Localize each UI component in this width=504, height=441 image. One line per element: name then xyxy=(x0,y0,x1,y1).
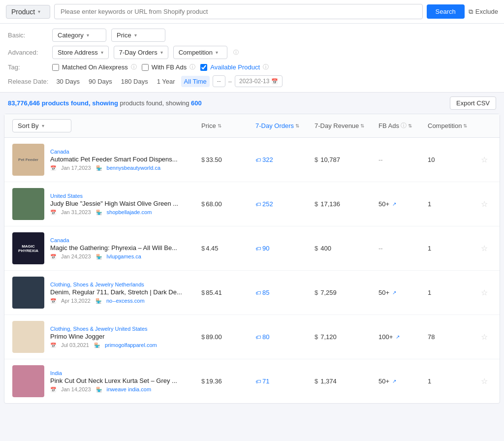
product-store[interactable]: primogolfapparel.com xyxy=(105,342,157,348)
product-store[interactable]: lvlupgames.ca xyxy=(107,253,141,259)
category-tag[interactable]: Clothing, Shoes & Jewelry xyxy=(50,326,113,332)
product-name[interactable]: Primo Wine Jogger xyxy=(50,333,188,340)
date-30-btn[interactable]: 30 Days xyxy=(53,76,83,87)
exclude-label: Exclude xyxy=(475,8,498,15)
competition-select[interactable]: Competition ▾ xyxy=(173,46,227,59)
available-info-icon: ⓘ xyxy=(263,63,269,71)
favorite-star-button[interactable]: ☆ xyxy=(481,244,488,253)
category-tag[interactable]: Clothing, Shoes & Jewelry xyxy=(50,282,113,287)
category-label: Category xyxy=(58,32,84,39)
col-header-competition[interactable]: Competition ⇅ xyxy=(428,122,477,129)
available-checkbox[interactable] xyxy=(200,64,207,71)
revenue-value: $1,374 xyxy=(315,378,378,385)
product-name[interactable]: Pink Cut Out Neck Lurex Kurta Set – Grey… xyxy=(50,377,188,384)
fbads-value: 50+ xyxy=(378,378,389,385)
tag-icon: 🏷 xyxy=(255,334,261,340)
store-address-select[interactable]: Store Address ▾ xyxy=(52,46,109,59)
external-link-icon[interactable]: ↗ xyxy=(396,334,400,340)
product-price-cell: $68.00 xyxy=(201,200,255,208)
product-store[interactable]: shopbellajade.com xyxy=(107,209,152,215)
product-date: Jan 14,2023 xyxy=(61,386,91,392)
product-fbads-cell: 50+↗ xyxy=(378,289,428,296)
col-header-revenue[interactable]: 7-Day Revenue ⇅ xyxy=(315,122,378,129)
table-row: Pet Feeder Canada Automatic Pet Feeder S… xyxy=(4,138,500,182)
filter-icon: ⧉ xyxy=(469,8,473,16)
product-country: India xyxy=(50,370,201,376)
col-header-orders[interactable]: 7-Day Orders ⇅ xyxy=(255,122,315,129)
product-info: United States Judy Blue "Jessie" High Wa… xyxy=(50,193,201,215)
favorite-star-button[interactable]: ☆ xyxy=(481,332,488,342)
col-header-price[interactable]: Price ⇅ xyxy=(201,122,255,129)
orders-value: 🏷90 xyxy=(255,245,315,252)
table-row: MAGIC PHYREXIA Canada Magic the Gatherin… xyxy=(4,226,500,271)
store-meta-icon: 🏪 xyxy=(96,210,102,215)
revenue-dollar-icon: $ xyxy=(315,289,318,296)
top-bar: Product ▾ Search ⧉ Exclude xyxy=(0,0,504,24)
external-link-icon[interactable]: ↗ xyxy=(392,378,396,384)
category-select[interactable]: Category ▾ xyxy=(52,29,106,42)
date-1y-btn[interactable]: 1 Year xyxy=(154,76,178,87)
search-input[interactable] xyxy=(54,4,423,19)
product-price-cell: $89.00 xyxy=(201,333,255,341)
product-store[interactable]: bennysbeautyworld.ca xyxy=(107,165,160,171)
product-country: Clothing, Shoes & Jewelry United States xyxy=(50,326,201,332)
dollar-icon: $ xyxy=(201,156,205,163)
date-90-btn[interactable]: 90 Days xyxy=(86,76,115,87)
export-csv-button[interactable]: Export CSV xyxy=(450,96,496,110)
revenue-value: $400 xyxy=(315,245,378,252)
calendar-meta-icon: 📅 xyxy=(50,254,56,259)
orders-value: 🏷322 xyxy=(255,156,315,163)
favorite-star-button[interactable]: ☆ xyxy=(481,377,488,386)
product-name[interactable]: Magic the Gathering: Phyrexia – All Will… xyxy=(50,244,188,252)
favorite-star-button[interactable]: ☆ xyxy=(481,288,488,297)
sort-by-dropdown[interactable]: Sort By ▾ xyxy=(12,119,71,132)
product-revenue-cell: $17,136 xyxy=(315,200,378,208)
product-store[interactable]: inweave india.com xyxy=(107,386,152,392)
product-name[interactable]: Automatic Pet Feeder Smart Food Dispens.… xyxy=(50,156,188,163)
price-select[interactable]: Price ▾ xyxy=(111,29,165,42)
products-table: Sort By ▾ Price ⇅ 7-Day Orders ⇅ 7-Day R… xyxy=(4,114,500,404)
date-to-input[interactable]: 2023-02-13 📅 xyxy=(235,75,283,87)
product-meta: 📅 Jan 24,2023 🏪 lvlupgames.ca xyxy=(50,253,201,259)
results-bar: 83,776,646 products found, showing produ… xyxy=(0,93,504,114)
orders-value: 🏷85 xyxy=(255,289,315,296)
date-180-btn[interactable]: 180 Days xyxy=(118,76,151,87)
matched-checkbox[interactable] xyxy=(52,64,59,71)
product-label: Product xyxy=(11,8,35,16)
col-revenue-label: 7-Day Revenue xyxy=(315,122,359,129)
competition-sort-icon: ⇅ xyxy=(463,123,467,128)
product-competition-cell: 10 xyxy=(428,156,477,163)
fbads-checkbox[interactable] xyxy=(142,64,149,71)
table-row: United States Judy Blue "Jessie" High Wa… xyxy=(4,182,500,226)
product-store[interactable]: no--excess.com xyxy=(106,298,145,304)
search-button[interactable]: Search xyxy=(427,4,465,19)
price-chevron-icon: ▾ xyxy=(134,32,137,38)
product-name[interactable]: Judy Blue "Jessie" High Waist Olive Gree… xyxy=(50,200,188,207)
date-all-btn[interactable]: All Time xyxy=(181,76,210,87)
fbads-cell-value: 100+↗ xyxy=(378,333,428,341)
release-date-label: Release Date: xyxy=(8,78,48,85)
date-from-value: -- xyxy=(217,78,221,85)
dollar-icon: $ xyxy=(201,333,205,341)
exclude-button[interactable]: ⧉ Exclude xyxy=(469,8,498,16)
country-label: Canada xyxy=(50,149,69,155)
orders-chevron-icon: ▾ xyxy=(160,50,163,55)
date-from-input[interactable]: -- xyxy=(213,75,225,87)
product-name[interactable]: Denim, Regular 711, Dark, Stretch | Dark… xyxy=(50,288,188,296)
external-link-icon[interactable]: ↗ xyxy=(392,201,396,207)
favorite-star-button[interactable]: ☆ xyxy=(481,199,488,209)
product-country: Clothing, Shoes & Jewelry Netherlands xyxy=(50,282,201,287)
product-rows: Pet Feeder Canada Automatic Pet Feeder S… xyxy=(4,138,500,403)
orders-select[interactable]: 7-Day Orders ▾ xyxy=(114,46,168,59)
product-revenue-cell: $10,787 xyxy=(315,156,378,163)
fbads-cell-value: 50+↗ xyxy=(378,200,428,208)
external-link-icon[interactable]: ↗ xyxy=(392,290,396,295)
filters-section: Basic: Category ▾ Price ▾ Advanced: Stor… xyxy=(0,24,504,93)
competition-label: Competition xyxy=(179,49,213,56)
col-header-fbads[interactable]: FB Ads ⓘ ⇅ xyxy=(378,122,428,130)
calendar-meta-icon: 📅 xyxy=(50,210,56,215)
product-dropdown[interactable]: Product ▾ xyxy=(6,5,50,19)
favorite-star-button[interactable]: ☆ xyxy=(481,155,488,164)
product-thumbnail xyxy=(12,188,44,220)
tag-label: Tag: xyxy=(8,63,47,71)
